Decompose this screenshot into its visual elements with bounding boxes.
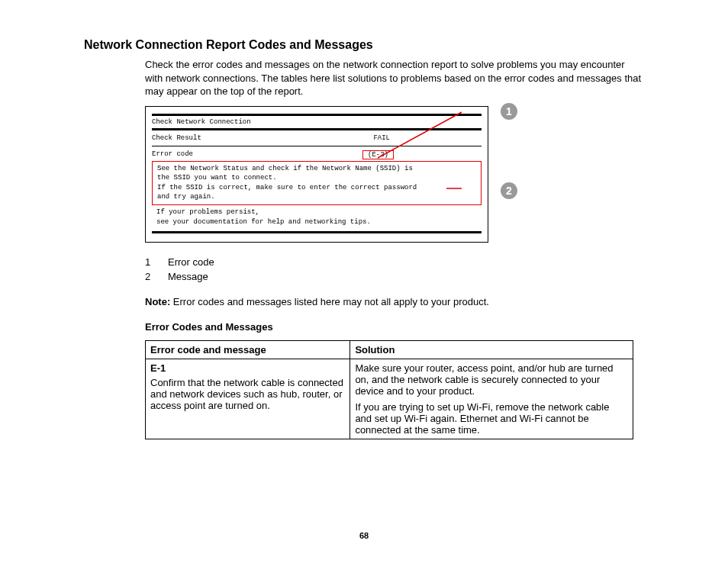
- note-label: Note:: [145, 296, 170, 307]
- error-codes-subheading: Error Codes and Messages: [145, 321, 644, 333]
- solution-para-2: If you are trying to set up Wi-Fi, remov…: [355, 401, 628, 436]
- error-codes-table: Error code and message Solution E-1 Conf…: [145, 340, 633, 439]
- note-text: Error codes and messages listed here may…: [170, 296, 489, 307]
- table-header-code: Error code and message: [146, 341, 350, 359]
- error-code-name: E-1: [150, 362, 345, 374]
- msg-line: See the Network Status and check if the …: [157, 164, 476, 174]
- legend-text-1: Error code: [168, 256, 214, 268]
- cell-solution: Make sure your router, access point, and…: [350, 359, 633, 439]
- legend-num-2: 2: [145, 271, 168, 282]
- callout-2: 2: [501, 182, 517, 199]
- check-result-label: Check Result: [152, 134, 201, 142]
- solution-para-1: Make sure your router, access point, and…: [355, 362, 628, 397]
- legend-text-2: Message: [168, 271, 208, 282]
- intro-paragraph: Check the error codes and messages on th…: [145, 58, 644, 98]
- check-result-value: FAIL: [373, 134, 390, 142]
- message-box: See the Network Status and check if the …: [152, 161, 482, 205]
- error-code-value: (E-2): [362, 150, 394, 159]
- persist-box: If your problems persist, see your docum…: [152, 205, 482, 229]
- cell-code-message: E-1 Confirm that the network cable is co…: [146, 359, 350, 439]
- diagram-legend: 1 Error code 2 Message: [145, 256, 644, 282]
- callout-1: 1: [501, 103, 517, 120]
- page-title: Network Connection Report Codes and Mess…: [84, 38, 644, 52]
- report-diagram: Check Network Connection Check Result FA…: [145, 106, 488, 243]
- msg-line: the SSID you want to connect.: [157, 173, 476, 183]
- page-number: 68: [0, 531, 728, 540]
- note: Note: Error codes and messages listed he…: [145, 296, 644, 307]
- report-mock: Check Network Connection Check Result FA…: [145, 106, 488, 243]
- msg-line: If the SSID is correct, make sure to ent…: [157, 183, 476, 193]
- check-connection-label: Check Network Connection: [152, 118, 482, 126]
- error-code-label: Error code: [152, 150, 193, 159]
- table-header-solution: Solution: [350, 341, 633, 359]
- error-code-message: Confirm that the network cable is connec…: [150, 377, 343, 411]
- persist-line: If your problems persist,: [156, 208, 477, 217]
- legend-num-1: 1: [145, 256, 168, 268]
- table-row: E-1 Confirm that the network cable is co…: [146, 359, 633, 439]
- persist-line: see your documentation for help and netw…: [156, 217, 477, 227]
- msg-line: and try again.: [157, 192, 476, 202]
